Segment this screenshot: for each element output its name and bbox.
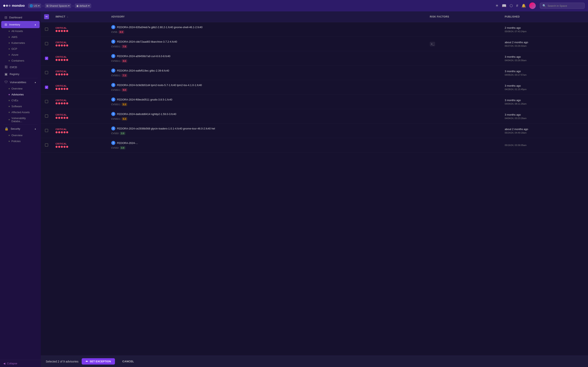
sidebar-label-security: Security — [11, 127, 20, 130]
logo-circle-2 — [6, 5, 8, 7]
fedora-icon: f — [111, 54, 115, 58]
row-checkbox[interactable] — [45, 71, 48, 74]
terminal-icon: >_ — [430, 42, 435, 46]
impact-cell: CRITICAL — [52, 80, 108, 95]
search-input[interactable] — [548, 4, 582, 7]
app-logo[interactable]: mondoo — [3, 4, 25, 8]
advisory-title-text: FEDORA-2024-... — [117, 142, 138, 145]
advisory-cell[interactable]: fFEDORA-2024-ce2936b568 glycin-loaders-1… — [108, 124, 426, 138]
row-checkbox[interactable] — [45, 57, 48, 60]
security-chevron-icon: ▲ — [34, 128, 36, 130]
select-all-checkbox[interactable] — [44, 14, 49, 19]
github-icon[interactable]: ⬡ — [510, 3, 513, 8]
cvss-score: 9.0 — [122, 88, 127, 92]
row-checkbox[interactable] — [45, 114, 48, 118]
impact-dot — [58, 30, 60, 32]
row-checkbox-cell[interactable] — [41, 66, 52, 80]
sidebar-item-kubernetes[interactable]: Kubernetes — [5, 40, 40, 46]
row-checkbox-cell[interactable] — [41, 109, 52, 124]
impact-label: CRITICAL — [56, 56, 105, 58]
impact-dot — [66, 102, 68, 104]
bell-icon[interactable]: 🔔 — [521, 3, 526, 8]
sidebar-item-advisories[interactable]: Advisories — [5, 92, 40, 98]
sidebar-item-sec-overview[interactable]: Overview — [5, 132, 40, 138]
sidebar-collapse-button[interactable]: ◀ Collapse — [0, 360, 41, 367]
row-checkbox[interactable] — [45, 100, 48, 103]
sidebar-item-security[interactable]: 🔒 Security ▲ — [1, 125, 40, 132]
sidebar-item-gcp[interactable]: GCP — [5, 46, 40, 52]
impact-dot — [58, 73, 60, 75]
impact-dot — [56, 117, 58, 119]
impact-column-header[interactable]: Impact ↓ — [52, 11, 108, 22]
row-checkbox[interactable] — [45, 143, 48, 147]
sidebar-item-containers[interactable]: Containers — [5, 58, 40, 64]
advisory-cell[interactable]: fFEDORA-2024-cbb72aad83 libarchive-3.7.2… — [108, 37, 426, 51]
advisory-cell[interactable]: fFEDORA-2024-da8cdd8414 nghttp2-1.59.0-3… — [108, 109, 426, 124]
row-checkbox-cell[interactable] — [41, 124, 52, 138]
breadcrumb-shared-spaces[interactable]: ⊞ Shared Spaces ▾ — [45, 3, 71, 8]
advisories-table: Impact ↓ Advisory Risk Factors Published — [41, 11, 588, 152]
sidebar-item-cicd[interactable]: ⛓ CI/CD — [1, 64, 40, 71]
sidebar-item-aws[interactable]: AWS — [5, 34, 40, 40]
published-cell: 3 months ago04/04/24, 03:26:56am — [502, 51, 588, 66]
sun-icon[interactable]: ☀ — [495, 3, 499, 8]
advisory-cell[interactable]: fFEDORA-2024-eafbf519ec glibc-2.39-8.fc4… — [108, 66, 426, 80]
row-checkbox-cell[interactable] — [41, 80, 52, 95]
advisory-cell[interactable]: fFEDORA-2024-a09456b7a9 curl-8.6.0-8.fc4… — [108, 51, 426, 66]
impact-dot — [66, 30, 68, 32]
breadcrumb-default-label: default — [79, 4, 87, 7]
fedora-icon: f — [111, 141, 115, 145]
fedora-icon: f — [111, 40, 115, 44]
published-relative: 3 months ago — [505, 113, 585, 116]
select-all-header[interactable] — [41, 11, 52, 22]
risk-factors-cell — [426, 109, 502, 124]
search-box[interactable]: 🔍 — [540, 3, 585, 9]
sidebar-item-azure[interactable]: Azure — [5, 52, 40, 58]
impact-dot — [58, 44, 60, 47]
impact-cell: CRITICAL — [52, 66, 108, 80]
table-row: CRITICALfFEDORA-2024-635a54eb7e glib2-2.… — [41, 22, 588, 37]
sidebar-item-vulnerabilities[interactable]: 🛡 Vulnerabilities ▲ — [1, 79, 40, 86]
row-checkbox-cell[interactable] — [41, 22, 52, 37]
sidebar-item-cves[interactable]: CVEs — [5, 98, 40, 103]
cvss-score: 3.9 — [120, 132, 125, 135]
advisory-cell[interactable]: fFEDORA-2024-...CVSS33.9 — [108, 138, 426, 152]
row-checkbox-cell[interactable] — [41, 138, 52, 152]
row-checkbox[interactable] — [45, 86, 48, 89]
cancel-button[interactable]: CANCEL — [118, 358, 138, 365]
row-checkbox[interactable] — [45, 42, 48, 45]
sidebar-item-registry[interactable]: ▣ Registry — [1, 71, 40, 78]
checkbox-dash — [45, 17, 48, 17]
impact-dot — [63, 59, 66, 61]
sidebar-item-vuln-db[interactable]: Vulnerability Databa... — [5, 115, 40, 124]
advisory-cell[interactable]: fFEDORA-2024-635a54eb7e glib2-2.80.2-1.f… — [108, 22, 426, 37]
sidebar-item-policies[interactable]: Policies — [5, 138, 40, 144]
sidebar-section-main: ⊟ Dashboard ⊞ Inventory ▲ All Assets AWS… — [0, 14, 41, 144]
published-cell: 05/16/24, 03:36:05am — [502, 138, 588, 152]
slack-icon[interactable]: # — [516, 4, 518, 8]
sidebar-item-vuln-overview[interactable]: Overview — [5, 86, 40, 92]
advisory-cell[interactable]: fFEDORA-2024-0c9d3b51d4 tpm2-tools-5.7-1… — [108, 80, 426, 95]
user-avatar[interactable] — [529, 2, 536, 9]
row-checkbox[interactable] — [45, 27, 48, 31]
sidebar-item-software[interactable]: Software — [5, 103, 40, 109]
spaces-icon: ⊞ — [46, 4, 49, 7]
impact-dot — [61, 44, 63, 47]
row-checkbox[interactable] — [45, 129, 48, 132]
sidebar-item-all-assets[interactable]: All Assets — [5, 28, 40, 34]
impact-dots — [56, 117, 105, 119]
advisory-cell[interactable]: fFEDORA-2024-f69ecb0511 gnutls-3.8.5-1.f… — [108, 95, 426, 109]
published-relative: 3 months ago — [505, 84, 585, 87]
row-checkbox-cell[interactable] — [41, 51, 52, 66]
sidebar-item-dashboard[interactable]: ⊟ Dashboard — [1, 14, 40, 21]
book-icon[interactable]: 📖 — [502, 3, 506, 8]
sidebar-item-affected-assets[interactable]: Affected Assets — [5, 109, 40, 115]
sidebar-label-dashboard: Dashboard — [9, 16, 22, 19]
breadcrumb-us[interactable]: 🌐 US ▾ — [28, 3, 41, 8]
set-exception-button[interactable]: ✏ SET EXCEPTION — [82, 358, 115, 365]
logo-text: mondoo — [12, 4, 25, 8]
sidebar-item-inventory[interactable]: ⊞ Inventory ▲ — [1, 21, 40, 28]
row-checkbox-cell[interactable] — [41, 95, 52, 109]
breadcrumb-default[interactable]: ◉ default ▾ — [75, 3, 91, 8]
row-checkbox-cell[interactable] — [41, 37, 52, 51]
